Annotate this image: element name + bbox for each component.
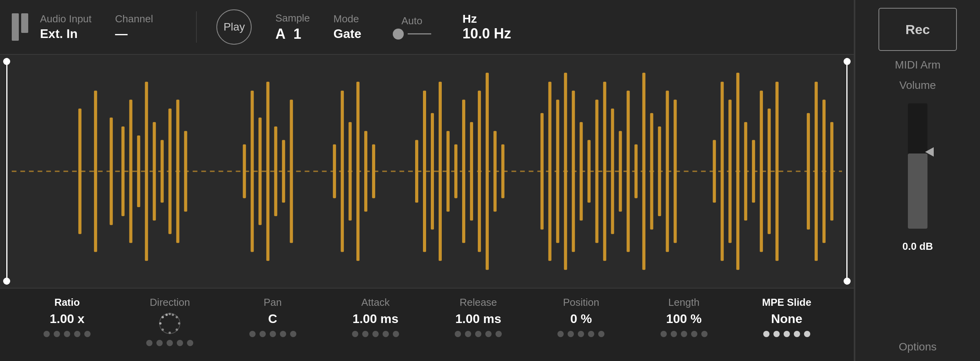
dot [362,331,368,337]
play-label: Play [223,21,245,33]
dot [146,340,152,346]
audio-bar-1 [12,13,19,41]
svg-rect-62 [760,91,763,252]
dot [249,331,256,337]
dot [568,331,574,337]
svg-rect-64 [775,82,779,261]
dot-active [804,331,810,337]
control-direction: Direction [118,296,221,346]
dot [280,331,286,337]
mpe-slide-value: None [771,312,802,326]
dot [290,331,296,337]
svg-rect-54 [666,91,669,252]
volume-db: 0.0 dB [902,240,933,253]
svg-rect-25 [372,144,375,198]
svg-rect-68 [830,122,833,221]
svg-point-74 [169,332,171,334]
dot [64,331,70,337]
svg-rect-39 [548,82,552,261]
dot [167,340,173,346]
dot [156,340,163,346]
svg-rect-63 [768,108,771,234]
audio-input-label: Audio Input [40,13,92,25]
waveform-svg [0,55,854,288]
svg-rect-37 [501,144,505,198]
dot [495,331,502,337]
direction-label: Direction [150,296,190,309]
audio-input-value: Ext. In [40,27,92,41]
svg-rect-29 [439,82,442,261]
dot [485,331,492,337]
svg-rect-40 [556,99,559,243]
control-position: Position 0 % [530,296,632,337]
dot [661,331,667,337]
volume-fill [908,153,927,229]
svg-rect-19 [290,99,293,243]
svg-rect-16 [266,82,269,261]
separator-1 [196,11,197,43]
dot [372,331,379,337]
volume-label: Volume [899,79,936,92]
svg-rect-41 [564,73,567,270]
svg-rect-20 [333,144,336,198]
svg-rect-65 [807,113,810,230]
svg-rect-58 [728,99,731,243]
direction-dots [146,340,193,346]
svg-point-71 [176,316,178,318]
mode-label: Mode [334,13,361,25]
toggle-dot [393,29,404,40]
svg-rect-60 [744,122,747,221]
volume-track[interactable] [908,103,927,229]
control-length: Length 100 % [633,296,735,337]
svg-rect-3 [110,117,113,225]
svg-point-79 [172,314,174,316]
svg-rect-6 [137,135,140,207]
sample-number: 1 [293,26,301,42]
svg-rect-11 [176,99,180,243]
audio-icon [12,13,28,41]
svg-rect-48 [619,131,622,212]
dot-active [794,331,800,337]
svg-rect-57 [720,82,724,261]
svg-rect-2 [94,91,97,252]
svg-rect-38 [541,113,544,230]
control-mpe-slide: MPE Slide None [735,296,838,337]
top-bar: Audio Input Ext. In Channel — Play Sampl… [0,0,854,55]
channel-label: Channel [115,13,153,25]
length-value: 100 % [666,312,702,326]
play-button[interactable]: Play [216,9,252,45]
mode-value: Gate [334,27,361,41]
dot [475,331,481,337]
svg-rect-67 [822,99,826,243]
svg-rect-59 [736,73,739,270]
svg-rect-45 [595,99,599,243]
svg-rect-26 [415,140,418,202]
hz-value: 10.0 Hz [463,25,511,42]
left-panel: Audio Input Ext. In Channel — Play Sampl… [0,0,855,361]
waveform-area[interactable] [0,55,854,289]
svg-rect-55 [673,99,677,243]
dot [44,331,50,337]
svg-rect-22 [348,122,352,221]
dot [187,340,193,346]
dot [260,331,266,337]
svg-rect-15 [258,117,261,225]
svg-rect-47 [611,108,614,234]
attack-dots [352,331,399,337]
dot [691,331,697,337]
svg-rect-35 [486,73,489,270]
auto-toggle[interactable] [393,29,431,40]
attack-label: Attack [361,296,390,309]
svg-rect-61 [752,140,755,202]
dot [465,331,471,337]
direction-knob[interactable] [158,312,181,335]
sample-value-row: A 1 [275,26,310,42]
rec-button[interactable]: Rec [878,8,957,51]
svg-rect-1 [78,108,82,234]
svg-rect-10 [169,108,172,234]
dot-active [763,331,769,337]
svg-rect-14 [250,91,254,252]
dot-active [773,331,780,337]
svg-point-75 [162,329,164,331]
channel-group: Channel — [115,13,153,41]
